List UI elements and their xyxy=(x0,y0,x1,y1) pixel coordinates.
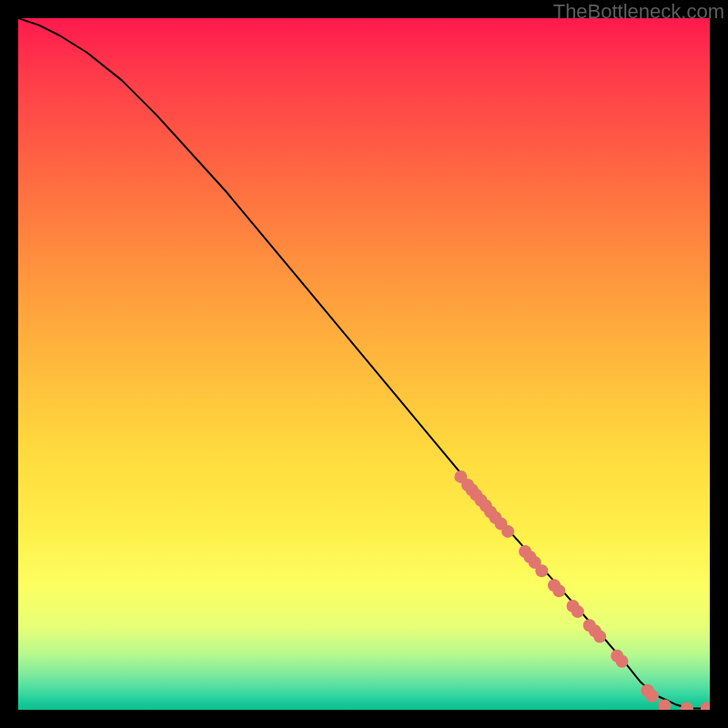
data-marker xyxy=(646,690,659,703)
data-marker xyxy=(681,702,693,710)
main-curve xyxy=(18,18,710,708)
data-marker xyxy=(701,702,710,710)
curve-layer xyxy=(18,18,710,708)
data-marker xyxy=(571,605,584,618)
data-marker xyxy=(593,630,606,642)
data-marker xyxy=(535,564,548,577)
plot-area xyxy=(18,18,710,710)
markers-layer xyxy=(454,470,710,710)
data-marker xyxy=(615,655,628,668)
data-marker xyxy=(501,525,514,538)
chart-stage: TheBottleneck.com xyxy=(0,0,728,728)
data-marker xyxy=(552,584,565,597)
watermark-text: TheBottleneck.com xyxy=(553,0,724,24)
chart-svg xyxy=(18,18,710,710)
